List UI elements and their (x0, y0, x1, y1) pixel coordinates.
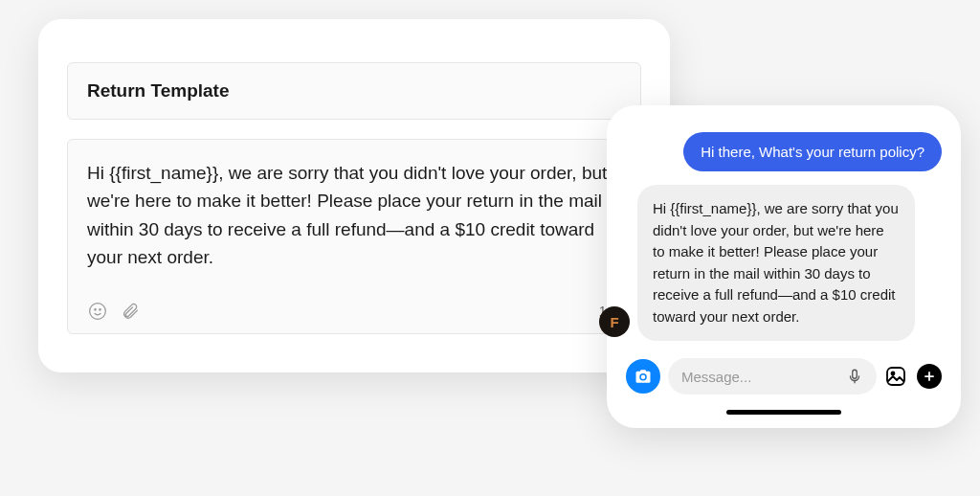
template-body-box: Hi {{first_name}}, we are sorry that you… (67, 139, 641, 334)
reply-row: F Hi {{first_name}}, we are sorry that y… (626, 185, 942, 341)
svg-point-0 (90, 303, 106, 319)
template-body-text[interactable]: Hi {{first_name}}, we are sorry that you… (87, 159, 621, 272)
chat-preview-card: Hi there, What's your return policy? F H… (607, 105, 961, 428)
chat-input-row: Message... (626, 358, 942, 395)
attachment-icon[interactable] (120, 301, 141, 322)
template-toolbar (87, 301, 141, 322)
avatar: F (599, 306, 630, 337)
template-editor-card: Return Template Hi {{first_name}}, we ar… (38, 19, 670, 372)
camera-button[interactable] (626, 359, 660, 394)
home-indicator (726, 410, 841, 415)
chat-messages: Hi there, What's your return policy? F H… (626, 132, 942, 358)
message-input-placeholder: Message... (681, 369, 751, 385)
user-message-bubble: Hi there, What's your return policy? (683, 132, 942, 171)
svg-rect-4 (887, 368, 904, 385)
input-right-icons (884, 364, 942, 389)
svg-point-1 (95, 308, 96, 309)
svg-rect-3 (853, 370, 858, 378)
svg-point-2 (100, 308, 100, 309)
emoji-icon[interactable] (87, 301, 108, 322)
message-input[interactable]: Message... (668, 358, 877, 395)
plus-button[interactable] (917, 364, 942, 389)
image-icon[interactable] (884, 365, 907, 388)
template-title-field[interactable]: Return Template (67, 62, 641, 120)
reply-message-bubble: Hi {{first_name}}, we are sorry that you… (637, 185, 915, 341)
microphone-icon[interactable] (846, 368, 863, 385)
svg-point-5 (892, 372, 895, 375)
template-footer: 1 m (87, 301, 621, 322)
